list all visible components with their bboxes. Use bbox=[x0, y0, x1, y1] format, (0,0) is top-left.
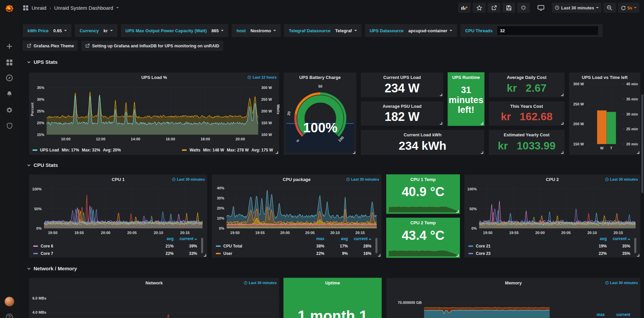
refresh-button[interactable]: 5s bbox=[618, 3, 639, 13]
cpu-threads-input[interactable] bbox=[497, 26, 598, 35]
ups-load-legend: UPS Load Min: 17% Max: 32% Avg: 20% Watt… bbox=[33, 148, 273, 152]
legend-series[interactable]: Core 7 bbox=[33, 251, 150, 256]
legend-col-current[interactable]: current bbox=[607, 236, 630, 241]
variable-ups-max-output[interactable]: UPS Max Output Power Capacity (Watt)865 bbox=[121, 24, 229, 37]
page-scrollbar-thumb[interactable] bbox=[641, 94, 643, 193]
svg-text:150 W: 150 W bbox=[261, 121, 272, 125]
panel-title[interactable]: Current UPS Load bbox=[364, 75, 440, 80]
sidebar-create-button[interactable] bbox=[0, 40, 19, 53]
variable-currency[interactable]: Currencykr bbox=[75, 24, 117, 37]
legend-item-watts[interactable]: Watts Min: 148 W Max: 278 W Avg: 175 W bbox=[182, 148, 273, 152]
grafana-logo[interactable] bbox=[0, 3, 19, 16]
panel-resize-handle[interactable] bbox=[276, 151, 278, 154]
panel-title[interactable]: Average Daily Cost bbox=[492, 75, 561, 80]
legend-scrollbar[interactable] bbox=[375, 238, 377, 253]
legend-scrollbar[interactable] bbox=[634, 238, 636, 253]
refresh-interval-caret[interactable] bbox=[634, 7, 637, 8]
panel-title[interactable]: Uptime bbox=[297, 280, 368, 285]
panel-title[interactable]: UPS Load vs Time left bbox=[571, 75, 638, 80]
section-network-memory[interactable]: Network / Memory bbox=[27, 266, 77, 271]
legend-col-max[interactable]: max bbox=[301, 236, 324, 241]
cycle-view-mode-button[interactable] bbox=[535, 3, 547, 13]
panel-title[interactable]: CPU 1 bbox=[43, 177, 194, 182]
sidebar-alerting-button[interactable] bbox=[0, 87, 19, 101]
panel-title[interactable]: CPU 2 Temp bbox=[400, 220, 446, 225]
star-dashboard-button[interactable] bbox=[473, 3, 486, 13]
zoom-out-time-button[interactable] bbox=[603, 3, 616, 13]
panel-resize-handle[interactable] bbox=[456, 254, 459, 257]
legend-series[interactable]: Core 23 bbox=[468, 251, 583, 256]
legend-scrollbar[interactable] bbox=[201, 238, 203, 253]
dashboard-dropdown-caret[interactable] bbox=[116, 7, 119, 8]
panel-resize-handle[interactable] bbox=[440, 122, 442, 125]
section-ups-stats[interactable]: UPS Stats bbox=[27, 59, 58, 65]
legend-col-current[interactable]: current bbox=[174, 236, 197, 241]
panel-resize-handle[interactable] bbox=[440, 94, 442, 96]
panel-title[interactable]: UPS Battery Charge bbox=[287, 75, 353, 80]
link-ups-monitoring-guide[interactable]: Setting up Grafana and InfluxDB for UPS … bbox=[81, 41, 223, 51]
dashboard-settings-button[interactable] bbox=[517, 3, 530, 13]
section-cpu-stats[interactable]: CPU Stats bbox=[27, 162, 58, 168]
svg-text:200 W: 200 W bbox=[573, 122, 584, 126]
panel-title[interactable]: UPS Load % bbox=[43, 75, 266, 80]
panel-title[interactable]: Estimated Yearly Cost bbox=[492, 132, 561, 137]
battery-gauge: 02050100100% bbox=[286, 83, 354, 146]
legend-swatch bbox=[216, 253, 221, 254]
user-avatar[interactable] bbox=[0, 295, 19, 308]
legend-series[interactable]: User bbox=[216, 251, 301, 256]
sidebar-admin-button[interactable] bbox=[0, 119, 19, 132]
stat-value: 40.9 °C bbox=[386, 185, 460, 199]
sidebar-explore-button[interactable] bbox=[0, 71, 19, 85]
panel-title[interactable]: Average PSU Load bbox=[364, 104, 440, 109]
panel-title[interactable]: Current Load kWh bbox=[374, 132, 471, 137]
panel-resize-handle[interactable] bbox=[637, 254, 639, 257]
legend-col-avg[interactable]: avg bbox=[150, 236, 174, 241]
legend-series[interactable]: Core 6 bbox=[33, 244, 150, 248]
save-dashboard-button[interactable] bbox=[502, 3, 515, 13]
legend-col-max[interactable]: max bbox=[579, 312, 605, 317]
legend-col-current[interactable]: current bbox=[605, 312, 630, 317]
panel-resize-handle[interactable] bbox=[481, 122, 483, 125]
sidebar-configuration-button[interactable] bbox=[0, 103, 19, 117]
time-range-picker[interactable]: Last 30 minutes bbox=[552, 3, 601, 13]
share-dashboard-button[interactable] bbox=[488, 3, 500, 13]
panel-resize-handle[interactable] bbox=[456, 210, 459, 213]
legend-col-current[interactable]: current bbox=[348, 236, 371, 241]
legend-current-value: 35% bbox=[607, 244, 630, 248]
panel-resize-handle[interactable] bbox=[561, 122, 563, 125]
link-grafana-plex-theme[interactable]: Grafana Plex Theme bbox=[23, 41, 78, 51]
variable-kwh-price[interactable]: kWh Price0.65 bbox=[23, 24, 72, 37]
external-link-icon bbox=[27, 44, 31, 48]
panel-resize-handle[interactable] bbox=[561, 94, 563, 96]
panel-resize-handle[interactable] bbox=[561, 151, 563, 154]
panel-title[interactable]: UPS Runtime bbox=[449, 75, 483, 80]
variable-ups-datasource[interactable]: UPS Datasourceapcupsd-container bbox=[365, 24, 457, 37]
legend-col-avg[interactable]: avg bbox=[324, 236, 348, 241]
panel-title[interactable]: Network bbox=[43, 280, 266, 285]
panel-title[interactable]: Memory bbox=[400, 280, 627, 285]
breadcrumb-current[interactable]: Unraid System Dashboard bbox=[54, 5, 113, 11]
panel-resize-handle[interactable] bbox=[637, 151, 639, 154]
variable-telegraf-datasource[interactable]: Telegraf DatasourceTelegraf bbox=[284, 24, 362, 37]
legend-series[interactable]: Core 21 bbox=[468, 244, 583, 248]
panel-resize-handle[interactable] bbox=[481, 151, 483, 154]
variable-label: CPU Threads bbox=[465, 28, 493, 33]
panel-title[interactable]: CPU 2 bbox=[478, 177, 627, 182]
svg-text:T: T bbox=[610, 146, 612, 150]
panel-title[interactable]: This Years Cost bbox=[492, 104, 561, 109]
panel-resize-handle[interactable] bbox=[204, 254, 206, 257]
legend-row: CPU Total38%17%28% bbox=[216, 244, 371, 248]
variable-host[interactable]: hostNostromo bbox=[232, 24, 281, 37]
legend-item-ups-load[interactable]: UPS Load Min: 17% Max: 32% Avg: 20% bbox=[33, 148, 121, 152]
panel-resize-handle[interactable] bbox=[353, 151, 355, 154]
breadcrumb-root[interactable]: Unraid bbox=[32, 5, 46, 11]
panel-title[interactable]: CPU 1 Temp bbox=[400, 177, 446, 182]
add-panel-button[interactable] bbox=[458, 3, 471, 13]
svg-text:Watts: Watts bbox=[276, 104, 280, 115]
panel-resize-handle[interactable] bbox=[378, 254, 380, 257]
legend-series[interactable]: CPU Total bbox=[216, 244, 301, 248]
help-button[interactable]: ? bbox=[0, 310, 19, 318]
legend-col-avg[interactable]: avg bbox=[583, 236, 607, 241]
sidebar-dashboards-button[interactable] bbox=[0, 56, 19, 69]
legend-row: Core 2119%35% bbox=[468, 244, 630, 248]
